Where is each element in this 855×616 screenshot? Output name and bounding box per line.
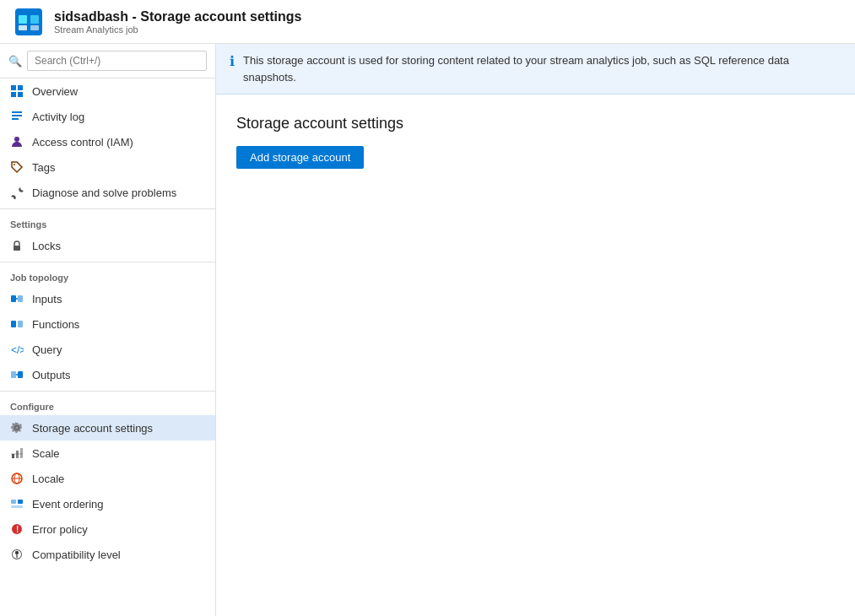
tag-icon [10,160,24,174]
sidebar-item-access-control[interactable]: Access control (IAM) [0,129,215,154]
inputs-icon [10,292,24,305]
sidebar-item-error-policy-label: Error policy [32,523,88,536]
sidebar-item-compatibility-level[interactable]: Compatibility level [0,542,215,567]
sidebar-search-container[interactable]: 🔍 [0,44,215,78]
sidebar-item-activity-log-label: Activity log [32,111,84,123]
svg-rect-8 [18,92,23,97]
sidebar-item-event-ordering[interactable]: Event ordering [0,491,215,516]
sidebar-item-functions[interactable]: Functions [0,311,215,337]
configure-section-label: Configure [0,391,215,415]
page-header-subtitle: Stream Analytics job [54,24,301,35]
svg-rect-32 [11,505,23,508]
svg-rect-4 [30,25,39,30]
sidebar-item-activity-log[interactable]: Activity log [0,104,215,129]
svg-rect-25 [16,451,19,458]
functions-icon [10,317,24,331]
sidebar-item-error-policy[interactable]: ! Error policy [0,516,215,542]
svg-rect-10 [12,115,22,116]
search-input[interactable] [27,51,207,71]
sidebar-item-storage-account-settings-label: Storage account settings [32,422,153,435]
sidebar-item-overview-label: Overview [32,85,78,98]
lock-icon [10,239,24,252]
outputs-icon [10,368,24,381]
app-body: 🔍 Overview Activity log [0,44,855,616]
add-storage-account-button[interactable]: Add storage account [236,146,364,169]
svg-rect-16 [18,295,23,302]
svg-text:</>: </> [11,344,24,356]
svg-rect-31 [18,500,23,504]
sidebar-item-storage-account-settings[interactable]: Storage account settings [0,415,215,440]
globe-icon [10,472,24,485]
sidebar-item-locale[interactable]: Locale [0,466,215,491]
svg-rect-18 [11,321,16,327]
svg-rect-9 [12,111,22,113]
svg-point-13 [14,164,15,165]
error-icon: ! [10,522,24,536]
sidebar-item-scale[interactable]: Scale [0,440,215,466]
svg-rect-5 [11,85,16,90]
svg-rect-26 [20,448,23,458]
sidebar-item-diagnose-label: Diagnose and solve problems [32,186,176,199]
svg-rect-15 [11,295,16,302]
svg-text:!: ! [16,525,19,534]
list-icon [10,110,24,123]
svg-rect-24 [12,454,14,458]
sidebar-item-overview[interactable]: Overview [0,78,215,104]
svg-rect-14 [14,246,20,251]
svg-rect-1 [19,15,27,24]
sidebar-item-inputs[interactable]: Inputs [0,286,215,311]
wrench-icon [10,186,24,199]
sidebar-item-locks-label: Locks [32,240,61,252]
page-title: Storage account settings [236,115,835,132]
svg-rect-30 [11,500,16,504]
sidebar-item-event-ordering-label: Event ordering [32,498,104,511]
svg-rect-21 [11,371,16,378]
grid-icon [10,84,24,98]
event-icon [10,497,24,511]
sidebar-item-query[interactable]: </> Query [0,337,215,362]
compat-icon [10,548,24,561]
search-icon: 🔍 [8,55,22,68]
person-icon [10,135,24,149]
sidebar-item-locale-label: Locale [32,473,64,485]
scale-icon [10,446,24,460]
svg-rect-3 [19,25,27,30]
sidebar-item-access-control-label: Access control (IAM) [32,136,133,149]
sidebar-item-scale-label: Scale [32,447,60,460]
sidebar-item-diagnose[interactable]: Diagnose and solve problems [0,180,215,205]
info-banner-text: This storage account is used for storing… [243,52,841,85]
gear-icon [10,421,24,435]
stream-analytics-icon [14,7,44,37]
svg-rect-19 [18,321,23,327]
info-icon: ℹ [230,53,235,69]
sidebar-item-tags-label: Tags [32,161,55,174]
sidebar: 🔍 Overview Activity log [0,44,216,616]
job-topology-section-label: Job topology [0,262,215,286]
query-icon: </> [10,343,24,356]
svg-rect-2 [30,15,39,24]
app-header: sidsadbash - Storage account settings St… [0,0,855,44]
svg-rect-11 [12,118,19,120]
page-header-title: sidsadbash - Storage account settings [54,9,301,24]
svg-rect-22 [18,371,23,378]
sidebar-item-compatibility-level-label: Compatibility level [32,548,121,561]
svg-rect-6 [18,85,23,90]
settings-section-label: Settings [0,208,215,233]
svg-rect-7 [11,92,16,97]
main-content: ℹ This storage account is used for stori… [216,44,855,616]
sidebar-item-locks[interactable]: Locks [0,233,215,258]
sidebar-item-inputs-label: Inputs [32,293,62,305]
sidebar-item-outputs[interactable]: Outputs [0,362,215,387]
sidebar-item-outputs-label: Outputs [32,369,71,381]
content-area: Storage account settings Add storage acc… [216,95,855,189]
sidebar-nav: Overview Activity log Access control (IA… [0,78,215,616]
sidebar-item-query-label: Query [32,343,62,356]
sidebar-item-tags[interactable]: Tags [0,154,215,180]
header-title-block: sidsadbash - Storage account settings St… [54,9,301,35]
info-banner: ℹ This storage account is used for stori… [216,44,855,95]
sidebar-item-functions-label: Functions [32,318,79,331]
svg-point-12 [14,137,19,142]
